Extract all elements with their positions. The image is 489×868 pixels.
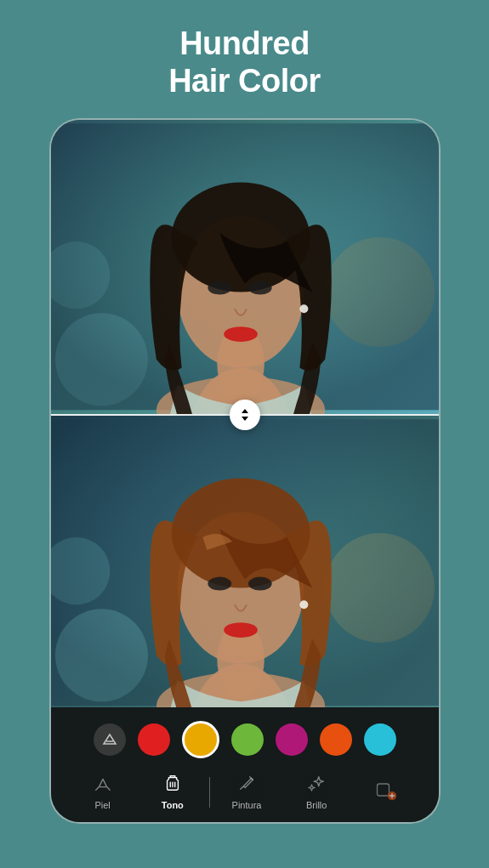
color-magenta[interactable] — [276, 723, 308, 756]
photo-top — [51, 120, 439, 414]
pintura-label: Pintura — [232, 800, 262, 810]
photo-bottom — [51, 416, 439, 708]
tool-extra[interactable] — [351, 778, 421, 806]
tool-brillo[interactable]: Brillo — [281, 774, 351, 810]
piel-label: Piel — [94, 800, 110, 810]
svg-marker-13 — [242, 409, 248, 413]
color-red[interactable] — [138, 723, 170, 756]
eraser-tool[interactable] — [94, 723, 126, 756]
svg-point-9 — [299, 305, 308, 314]
title-line1: Hundred — [179, 26, 310, 61]
svg-point-26 — [247, 576, 271, 590]
color-orange[interactable] — [320, 723, 352, 756]
pintura-icon — [237, 774, 256, 797]
toolbar: Piel Tono — [51, 707, 439, 822]
svg-point-11 — [247, 281, 271, 295]
svg-rect-29 — [378, 784, 389, 796]
color-cyan[interactable] — [364, 723, 396, 756]
tono-label: Tono — [162, 800, 184, 810]
color-row — [60, 716, 430, 763]
brillo-icon — [307, 774, 326, 797]
svg-point-27 — [224, 622, 258, 638]
photo-section — [51, 120, 439, 707]
piel-icon — [94, 774, 112, 797]
svg-point-10 — [208, 281, 231, 295]
svg-marker-14 — [242, 417, 248, 421]
svg-point-24 — [299, 600, 308, 609]
tool-piel[interactable]: Piel — [68, 774, 138, 810]
color-orange-yellow[interactable] — [182, 721, 219, 758]
brillo-label: Brillo — [306, 800, 327, 810]
color-green[interactable] — [231, 723, 264, 756]
title-line2: Hair Color — [168, 63, 321, 99]
svg-point-12 — [224, 327, 258, 343]
tool-row: Piel Tono — [60, 770, 430, 815]
phone-frame: Piel Tono — [49, 118, 441, 824]
tono-icon — [163, 774, 182, 797]
tool-tono[interactable]: Tono — [138, 774, 208, 810]
divider-handle[interactable] — [230, 400, 260, 430]
header-title: Hundred Hair Color — [168, 26, 321, 99]
tool-pintura[interactable]: Pintura — [212, 774, 281, 810]
extra-icon — [374, 778, 398, 806]
svg-point-25 — [208, 576, 231, 590]
divider-line[interactable] — [51, 414, 439, 416]
